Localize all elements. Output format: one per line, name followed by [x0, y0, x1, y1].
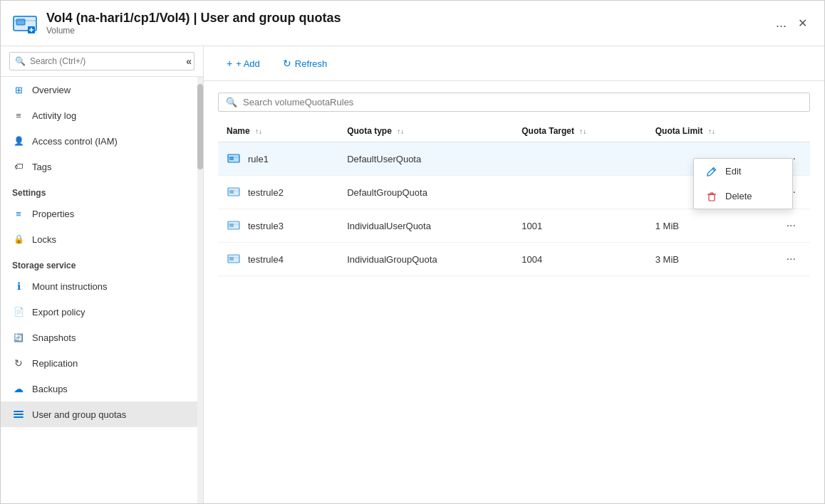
sidebar-label-export: Export policy [32, 307, 85, 317]
sort-icon-target: ↑↓ [579, 127, 586, 135]
close-button[interactable]: ✕ [792, 14, 813, 33]
content-search-icon: 🔍 [226, 97, 237, 107]
toolbar: + + Add ↻ Refresh [204, 46, 824, 81]
overview-icon [12, 83, 25, 96]
svg-line-27 [712, 169, 715, 171]
iam-icon [12, 135, 25, 147]
main-content: + + Add ↻ Refresh 🔍 [204, 46, 824, 503]
table-row: testrule3 IndividualUserQuota10011 MiB··… [218, 209, 810, 243]
col-header-quota-limit[interactable]: Quota Limit ↑↓ [647, 120, 772, 142]
sidebar-label-overview: Overview [32, 85, 71, 95]
col-header-quota-target[interactable]: Quota Target ↑↓ [513, 120, 646, 142]
svg-rect-10 [14, 416, 24, 418]
cell-name-text: rule1 [248, 154, 269, 164]
cell-quota-target: 1004 [513, 243, 646, 276]
sidebar-item-replication[interactable]: Replication [1, 350, 203, 376]
collapse-button[interactable]: « [186, 56, 192, 67]
sidebar-label-properties: Properties [32, 209, 74, 219]
sidebar-label-snapshots: Snapshots [32, 332, 76, 343]
page-title: Vol4 (na-hari1/cp1/Vol4) | User and grou… [46, 11, 759, 26]
delete-icon [705, 191, 718, 201]
col-header-quota-type[interactable]: Quota type ↑↓ [338, 120, 513, 142]
export-icon [12, 305, 25, 318]
sidebar-label-backups: Backups [32, 384, 68, 394]
sidebar-item-snapshots[interactable]: Snapshots [1, 325, 203, 350]
edit-label: Edit [725, 166, 741, 177]
settings-section-label: Settings [1, 179, 203, 201]
refresh-icon: ↻ [283, 58, 291, 69]
context-menu-delete[interactable]: Delete [694, 184, 792, 209]
cell-quota-type: DefaultGroupQuota [338, 176, 513, 209]
cell-name-text: testrule3 [248, 221, 284, 231]
header-ellipsis-button[interactable]: ... [770, 13, 792, 33]
cell-name-text: testrule4 [248, 254, 284, 265]
cell-name: testrule3 [218, 209, 338, 243]
sidebar-item-tags[interactable]: Tags [1, 154, 203, 179]
replication-icon [12, 357, 25, 369]
search-icon: 🔍 [15, 56, 26, 66]
col-header-actions [772, 120, 810, 142]
sidebar-label-activity: Activity log [32, 110, 76, 121]
context-menu-edit[interactable]: Edit [694, 159, 792, 184]
scrollbar-track [197, 77, 203, 503]
sidebar-item-backups[interactable]: Backups [1, 376, 203, 401]
row-menu-button[interactable]: ··· [781, 216, 801, 235]
sort-icon-type: ↑↓ [397, 127, 404, 135]
mount-icon [12, 280, 25, 293]
row-icon [227, 251, 241, 268]
svg-rect-8 [14, 411, 24, 412]
sidebar-item-mount[interactable]: Mount instructions [1, 273, 203, 299]
quotas-icon [12, 408, 25, 421]
cell-quota-limit: 1 MiB [647, 209, 772, 243]
sidebar-item-quotas[interactable]: User and group quotas [1, 401, 203, 427]
add-button[interactable]: + + Add [218, 53, 269, 73]
cell-quota-type: IndividualUserQuota [338, 209, 513, 243]
cell-name: rule1 [218, 142, 338, 176]
locks-icon [12, 233, 25, 246]
sidebar: 🔍 « Overview Activity log Access control… [1, 46, 204, 503]
search-bar: 🔍 [218, 93, 810, 112]
refresh-button[interactable]: ↻ Refresh [274, 53, 336, 73]
delete-label: Delete [725, 191, 752, 201]
row-icon [227, 218, 241, 234]
sidebar-item-export[interactable]: Export policy [1, 299, 203, 325]
table-row: testrule4 IndividualGroupQuota10043 MiB·… [218, 243, 810, 276]
app-container: Vol4 (na-hari1/cp1/Vol4) | User and grou… [0, 0, 825, 504]
sidebar-item-locks[interactable]: Locks [1, 226, 203, 252]
col-header-name[interactable]: Name ↑↓ [218, 120, 338, 142]
sort-icon-name: ↑↓ [255, 127, 262, 135]
header: Vol4 (na-hari1/cp1/Vol4) | User and grou… [1, 1, 824, 46]
add-label: + Add [236, 58, 260, 69]
activity-icon [12, 109, 25, 122]
row-menu-button[interactable]: ··· [781, 250, 801, 268]
sidebar-label-iam: Access control (IAM) [32, 136, 118, 147]
search-input[interactable] [9, 52, 194, 70]
sidebar-label-quotas: User and group quotas [32, 409, 126, 420]
table-header-row: Name ↑↓ Quota type ↑↓ Quota Target ↑↓ [218, 120, 810, 142]
svg-rect-28 [709, 194, 715, 201]
content-search-input[interactable] [243, 97, 802, 107]
sidebar-label-locks: Locks [32, 234, 56, 245]
svg-rect-2 [16, 19, 25, 25]
refresh-label: Refresh [295, 58, 328, 69]
cell-row-menu: ··· [772, 243, 810, 276]
scrollbar-thumb[interactable] [197, 84, 203, 169]
sidebar-label-mount: Mount instructions [32, 281, 108, 292]
sidebar-search-area: 🔍 « [1, 46, 203, 77]
sidebar-item-iam[interactable]: Access control (IAM) [1, 128, 203, 154]
sidebar-item-properties[interactable]: Properties [1, 201, 203, 226]
body: 🔍 « Overview Activity log Access control… [1, 46, 824, 503]
add-icon: + [227, 58, 232, 69]
header-title-area: Vol4 (na-hari1/cp1/Vol4) | User and grou… [46, 11, 759, 36]
sidebar-item-overview[interactable]: Overview [1, 77, 203, 103]
context-menu: Edit Delete [693, 158, 793, 209]
row-icon [227, 184, 241, 201]
cell-name: testrule2 [218, 176, 338, 209]
sidebar-label-replication: Replication [32, 358, 78, 369]
storage-section-label: Storage service [1, 252, 203, 273]
sidebar-item-activity-log[interactable]: Activity log [1, 103, 203, 128]
content-area: 🔍 Name ↑↓ Quota type ↑↓ [204, 81, 824, 503]
sidebar-label-tags: Tags [32, 162, 51, 172]
snapshots-icon [12, 331, 25, 344]
svg-rect-9 [14, 414, 24, 415]
